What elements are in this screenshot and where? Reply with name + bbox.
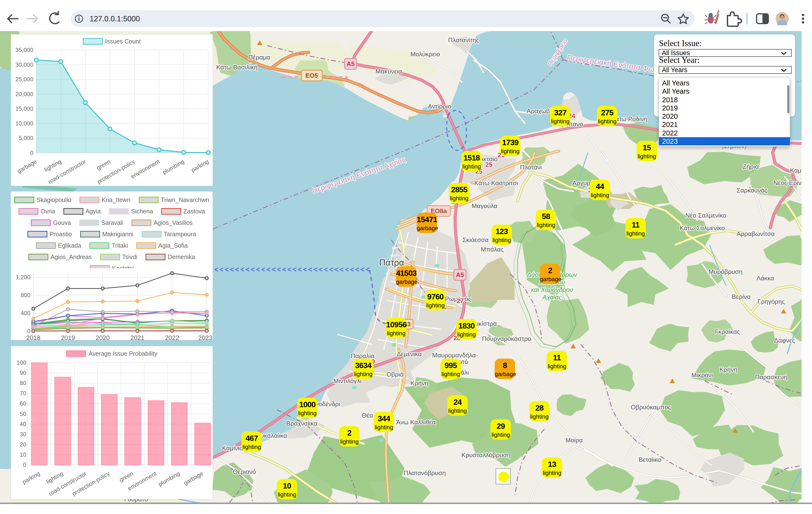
svg-text:400: 400 bbox=[21, 310, 30, 316]
svg-text:Οβρυόκαμπος: Οβρυόκαμπος bbox=[631, 403, 671, 411]
svg-text:green: green bbox=[118, 470, 134, 483]
svg-text:Σκιόεσσα: Σκιόεσσα bbox=[462, 236, 489, 244]
svg-text:Ζήρια: Ζήρια bbox=[743, 163, 759, 170]
svg-text:Βραχναίικα: Βραχναίικα bbox=[286, 420, 317, 427]
svg-text:Κάτω Σαλμενίκο: Κάτω Σαλμενίκο bbox=[679, 224, 725, 232]
svg-text:Κάτω Καστρίτσι: Κάτω Καστρίτσι bbox=[474, 179, 518, 187]
svg-text:green: green bbox=[95, 158, 112, 171]
svg-text:Βερίνο: Βερίνο bbox=[732, 293, 751, 300]
svg-text:plumbing: plumbing bbox=[157, 470, 181, 487]
svg-text:0: 0 bbox=[27, 328, 30, 334]
svg-text:Μοίρα: Μοίρα bbox=[566, 436, 583, 444]
svg-text:Νέο Σαλμενίκο: Νέο Σαλμενίκο bbox=[686, 212, 726, 219]
svg-text:20: 20 bbox=[20, 441, 26, 448]
svg-text:20,000: 20,000 bbox=[16, 91, 33, 97]
svg-text:15,000: 15,000 bbox=[16, 105, 33, 112]
svg-text:2021: 2021 bbox=[130, 334, 144, 340]
svg-text:Κρυσταλλόβρυση: Κρυσταλλόβρυση bbox=[461, 451, 511, 459]
svg-text:10,000: 10,000 bbox=[16, 120, 33, 127]
svg-text:Μακύνεια: Μακύνεια bbox=[375, 68, 402, 75]
svg-text:lighting: lighting bbox=[45, 470, 64, 485]
svg-text:Γκραίκας: Γκραίκας bbox=[715, 328, 740, 335]
svg-text:Θεριανό: Θεριανό bbox=[233, 468, 256, 475]
svg-text:Καμίνια: Καμίνια bbox=[222, 445, 243, 452]
svg-text:Κάτω Βασιλική: Κάτω Βασιλική bbox=[216, 64, 258, 71]
svg-text:100: 100 bbox=[17, 359, 26, 366]
svg-text:Δεμένικα: Δεμένικα bbox=[397, 350, 422, 358]
svg-text:Πουρναρόκαστρο: Πουρναρόκαστρο bbox=[482, 335, 531, 342]
svg-text:2020: 2020 bbox=[96, 334, 110, 340]
svg-text:Αντίρριο: Αντίρριο bbox=[428, 103, 451, 110]
svg-text:27: 27 bbox=[457, 297, 464, 304]
svg-text:Πλατανόβρυση: Πλατανόβρυση bbox=[404, 469, 445, 477]
svg-text:0: 0 bbox=[23, 461, 26, 468]
svg-text:127.0.0.1:5000: 127.0.0.1:5000 bbox=[90, 14, 140, 23]
svg-text:Οβριά: Οβριά bbox=[386, 371, 404, 378]
svg-text:Αχαΐας: Αχαΐας bbox=[542, 294, 562, 301]
svg-text:parking: parking bbox=[21, 470, 41, 485]
svg-text:70: 70 bbox=[20, 390, 26, 396]
svg-text:Άνω Καλλιθέα: Άνω Καλλιθέα bbox=[396, 419, 436, 426]
svg-text:Βεταίικα: Βεταίικα bbox=[639, 456, 661, 463]
svg-text:Σαρκουνάς: Σαρκουνάς bbox=[736, 187, 767, 194]
svg-text:2019: 2019 bbox=[61, 334, 75, 340]
svg-text:1,200: 1,200 bbox=[16, 274, 30, 280]
svg-text:Κρήνη: Κρήνη bbox=[410, 380, 428, 387]
svg-text:plumbing: plumbing bbox=[162, 158, 185, 176]
svg-text:2023: 2023 bbox=[198, 334, 212, 340]
svg-text:Θέα: Θέα bbox=[362, 412, 373, 419]
svg-text:EO5: EO5 bbox=[306, 72, 318, 79]
svg-text:Γρηγόρης: Γρηγόρης bbox=[758, 298, 785, 305]
svg-text:lighting: lighting bbox=[43, 158, 62, 173]
svg-text:και Χαράνδρου: και Χαράνδρου bbox=[531, 286, 573, 293]
svg-text:Κρήνη: Κρήνη bbox=[719, 366, 737, 373]
svg-text:0: 0 bbox=[30, 150, 33, 156]
svg-text:2018: 2018 bbox=[26, 334, 40, 340]
svg-text:Μαυρομανδήλα-: Μαυρομανδήλα- bbox=[432, 352, 478, 359]
svg-text:30: 30 bbox=[20, 431, 26, 437]
svg-text:25: 25 bbox=[486, 161, 493, 168]
svg-text:10: 10 bbox=[20, 451, 26, 458]
svg-text:A5: A5 bbox=[456, 271, 464, 278]
svg-text:Πάτρα: Πάτρα bbox=[379, 258, 404, 268]
svg-text:80: 80 bbox=[20, 380, 26, 386]
svg-text:90: 90 bbox=[20, 369, 26, 376]
svg-text:60: 60 bbox=[20, 400, 26, 407]
svg-text:Παρασκευή: Παρασκευή bbox=[755, 373, 787, 381]
svg-text:25,000: 25,000 bbox=[16, 76, 33, 83]
svg-text:A5: A5 bbox=[346, 60, 354, 67]
svg-text:800: 800 bbox=[21, 292, 30, 298]
svg-text:Αρραβωνίτσα: Αρραβωνίτσα bbox=[737, 230, 775, 238]
svg-text:50: 50 bbox=[20, 411, 26, 417]
svg-text:30,000: 30,000 bbox=[16, 61, 33, 68]
svg-text:Μπάλας: Μπάλας bbox=[481, 246, 504, 253]
svg-text:Δάφνες: Δάφνες bbox=[774, 337, 795, 344]
svg-text:Μυρόβρυση: Μυρόβρυση bbox=[708, 268, 743, 275]
svg-text:5,000: 5,000 bbox=[19, 135, 33, 141]
svg-text:Πέραμα: Πέραμα bbox=[248, 54, 270, 61]
svg-text:parking: parking bbox=[190, 158, 210, 173]
svg-text:Πλατανίτης: Πλατανίτης bbox=[448, 36, 479, 44]
svg-text:40: 40 bbox=[20, 421, 26, 427]
svg-text:Πλατάνι: Πλατάνι bbox=[520, 164, 542, 171]
svg-text:Μολύκρειο: Μολύκρειο bbox=[410, 51, 440, 58]
svg-text:35,000: 35,000 bbox=[16, 47, 33, 53]
svg-text:garbage: garbage bbox=[16, 158, 38, 174]
svg-text:2022: 2022 bbox=[165, 334, 179, 340]
svg-text:Λάκκα: Λάκκα bbox=[756, 275, 774, 282]
svg-text:Μικρόνι: Μικρόνι bbox=[692, 371, 713, 379]
svg-text:garbage: garbage bbox=[182, 470, 204, 486]
svg-text:Μαγούλα: Μαγούλα bbox=[472, 202, 497, 210]
